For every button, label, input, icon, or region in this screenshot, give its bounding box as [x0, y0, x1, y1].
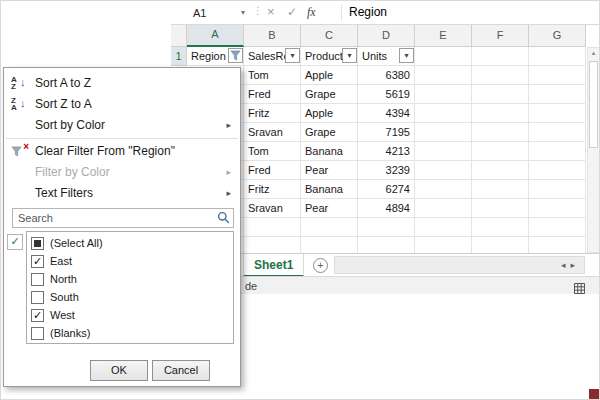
checkbox-icon[interactable] [31, 327, 44, 340]
funnel-icon [230, 50, 241, 61]
table-cell[interactable]: 4894 [358, 199, 415, 218]
sheet-grid: Region SalesRe ▾ Product ▾ Units ▾ TomAp… [187, 47, 586, 253]
checkbox-icon[interactable] [31, 273, 44, 286]
column-header-g[interactable]: G [529, 25, 586, 47]
scroll-up-icon[interactable]: ▴ [588, 49, 599, 57]
checkbox-icon[interactable]: ✓ [31, 255, 44, 268]
formula-bar-divider [341, 4, 342, 21]
table-cell[interactable]: 6274 [358, 180, 415, 199]
table-cell[interactable]: Fred [244, 161, 301, 180]
insert-function-button[interactable]: fx [307, 5, 316, 20]
table-cell[interactable]: Tom [244, 66, 301, 85]
table-cell[interactable]: Banana [301, 142, 358, 161]
table-cell[interactable]: Fritz [244, 180, 301, 199]
table-cell[interactable]: 5619 [358, 85, 415, 104]
vertical-scrollbar-thumb[interactable] [589, 61, 598, 148]
filter-dropdown-button-d[interactable]: ▾ [399, 48, 414, 63]
column-headers: A B C D E F G [171, 25, 586, 47]
status-text: de [245, 280, 257, 292]
table-cell[interactable]: 4213 [358, 142, 415, 161]
table-cell[interactable]: Apple [301, 66, 358, 85]
table-row: FredGrape5619 [187, 85, 586, 104]
filter-value-item[interactable]: ✓West [27, 306, 233, 324]
table-cell[interactable]: 7195 [358, 123, 415, 142]
menu-label: Text Filters [35, 186, 93, 200]
table-cell[interactable]: Grape [301, 85, 358, 104]
formula-bar: A1 ▾ ⋮ × ✓ fx Region [171, 1, 599, 25]
select-all-corner[interactable] [171, 25, 187, 47]
table-row: TomBanana4213 [187, 142, 586, 161]
cell-a1[interactable]: Region [187, 47, 244, 66]
horizontal-scrollbar[interactable]: ◂▸ [334, 256, 585, 274]
table-cell[interactable]: Banana [301, 180, 358, 199]
cancel-entry-icon[interactable]: × [267, 4, 275, 19]
menu-sort-a-to-z[interactable]: AZ↓ Sort A to Z [5, 73, 239, 94]
menu-clear-filter[interactable]: × Clear Filter From "Region" [5, 141, 239, 162]
table-cell[interactable]: Pear [301, 161, 358, 180]
table-cell[interactable]: Sravan [244, 199, 301, 218]
cell-b1[interactable]: SalesRe ▾ [244, 47, 301, 66]
ok-button[interactable]: OK [90, 360, 148, 381]
checkbox-icon[interactable]: ✓ [31, 309, 44, 322]
filter-dropdown-button-c[interactable]: ▾ [342, 48, 357, 63]
normal-view-icon[interactable] [574, 280, 585, 298]
column-header-c[interactable]: C [301, 25, 358, 47]
filter-funnel-button[interactable] [228, 48, 243, 63]
filter-value-item[interactable]: (Select All) [27, 234, 233, 252]
table-cell[interactable]: Apple [301, 104, 358, 123]
column-header-f[interactable]: F [472, 25, 529, 47]
column-header-b[interactable]: B [244, 25, 301, 47]
menu-sort-z-to-a[interactable]: ZA↓ Sort Z to A [5, 94, 239, 115]
table-cell[interactable]: 3239 [358, 161, 415, 180]
filter-value-item[interactable]: (Blanks) [27, 324, 233, 342]
vertical-scrollbar[interactable]: ▴ [587, 47, 600, 253]
column-header-a[interactable]: A [187, 25, 244, 47]
filter-value-item[interactable]: South [27, 288, 233, 306]
column-header-d[interactable]: D [358, 25, 415, 47]
table-cell[interactable]: Fritz [244, 104, 301, 123]
row-header-1[interactable]: 1 [171, 47, 187, 66]
formula-bar-value[interactable]: Region [349, 5, 387, 19]
table-cell[interactable]: Fred [244, 85, 301, 104]
submenu-arrow-icon: ▸ [226, 167, 231, 177]
cancel-button[interactable]: Cancel [152, 360, 210, 381]
tab-sheet1[interactable]: Sheet1 [243, 254, 304, 277]
cell-a1-text: Region [191, 50, 226, 62]
filter-value-item[interactable]: ✓East [27, 252, 233, 270]
menu-label: Sort Z to A [35, 97, 92, 111]
table-cell[interactable]: 6380 [358, 66, 415, 85]
filter-value-item[interactable]: North [27, 270, 233, 288]
formula-bar-splitter-icon: ⋮ [253, 5, 263, 16]
column-header-e[interactable]: E [415, 25, 472, 47]
menu-separator [6, 138, 238, 139]
corner-marker [589, 389, 600, 400]
search-box [12, 208, 234, 228]
cell-c1[interactable]: Product ▾ [301, 47, 358, 66]
table-row: SravanPear4894 [187, 199, 586, 218]
green-check-icon: ✓ [7, 234, 23, 250]
menu-label: Sort by Color [35, 118, 105, 132]
table-cell[interactable]: Sravan [244, 123, 301, 142]
scroll-right-icon[interactable]: ▸ [570, 260, 580, 270]
table-cell[interactable]: Grape [301, 123, 358, 142]
name-box-dropdown-icon[interactable]: ▾ [241, 8, 249, 17]
submenu-arrow-icon: ▸ [226, 188, 231, 198]
menu-text-filters[interactable]: Text Filters ▸ [5, 183, 239, 204]
table-cell[interactable]: Tom [244, 142, 301, 161]
checkbox-icon[interactable] [31, 237, 44, 250]
table-row: FredPear3239 [187, 161, 586, 180]
search-input[interactable] [12, 208, 234, 228]
table-cell[interactable]: 4394 [358, 104, 415, 123]
name-box[interactable]: A1 ▾ [187, 2, 249, 23]
chevron-down-icon: ▾ [404, 52, 408, 60]
cell-d1[interactable]: Units ▾ [358, 47, 415, 66]
new-sheet-button[interactable]: + [313, 258, 328, 273]
filter-dropdown-button-b[interactable]: ▾ [285, 48, 300, 63]
filter-dropdown-panel: AZ↓ Sort A to Z ZA↓ Sort Z to A Sort by … [3, 67, 241, 387]
menu-sort-by-color[interactable]: Sort by Color ▸ [5, 115, 239, 136]
filter-value-label: West [50, 309, 75, 321]
data-rows: TomApple6380FredGrape5619FritzApple4394S… [187, 66, 586, 218]
confirm-entry-icon[interactable]: ✓ [287, 5, 297, 19]
table-cell[interactable]: Pear [301, 199, 358, 218]
checkbox-icon[interactable] [31, 291, 44, 304]
